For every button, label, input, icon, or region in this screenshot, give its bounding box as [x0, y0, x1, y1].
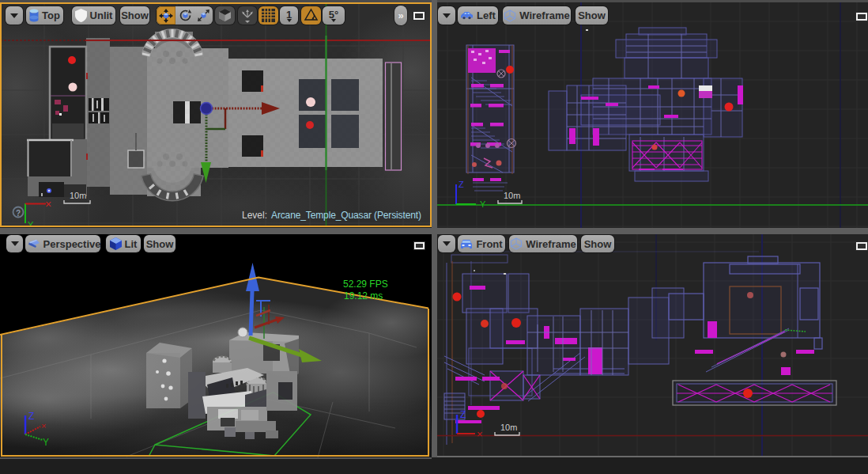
svg-text:Level:: Level: — [242, 210, 267, 221]
svg-text:Z: Z — [459, 180, 464, 189]
svg-text:19.12 ms: 19.12 ms — [344, 290, 383, 301]
svg-text:×: × — [477, 428, 483, 440]
svg-text:Z: Z — [460, 409, 466, 420]
svg-text:Y: Y — [43, 437, 49, 448]
svg-text:Y: Y — [28, 220, 34, 226]
svg-text:?: ? — [16, 209, 21, 218]
svg-text:Y: Y — [480, 199, 486, 209]
svg-text:52.29 FPS: 52.29 FPS — [343, 279, 388, 290]
svg-text:×: × — [41, 421, 46, 430]
svg-text:Z: Z — [28, 411, 34, 422]
svg-text:10m: 10m — [70, 191, 86, 200]
svg-text:Arcane_Temple_Quasar (Persiste: Arcane_Temple_Quasar (Persistent) — [271, 210, 421, 221]
svg-text:10m: 10m — [500, 423, 517, 432]
svg-text:×: × — [45, 198, 51, 210]
svg-text:10m: 10m — [504, 191, 520, 200]
